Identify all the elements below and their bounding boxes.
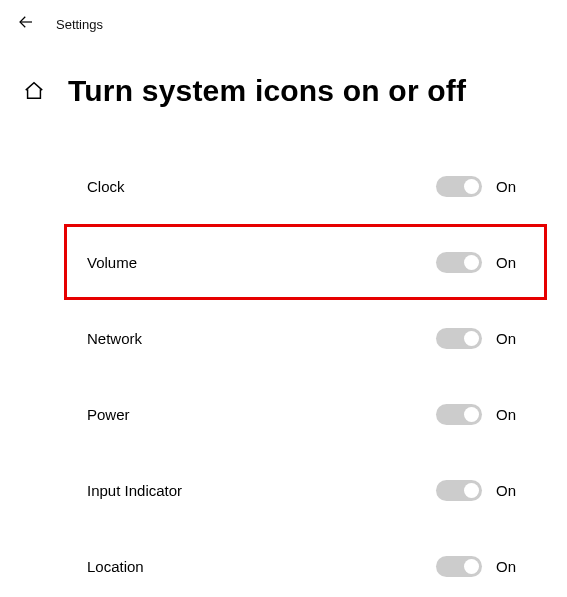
- topbar-title: Settings: [56, 17, 103, 32]
- page-header: Turn system icons on or off: [0, 42, 567, 118]
- setting-row-input-indicator: Input Indicator On: [64, 452, 547, 528]
- home-icon[interactable]: [20, 77, 48, 105]
- setting-row-power: Power On: [64, 376, 547, 452]
- toggle-volume[interactable]: [436, 252, 482, 273]
- setting-control: On: [436, 556, 524, 577]
- toggle-input-indicator[interactable]: [436, 480, 482, 501]
- setting-label: Clock: [87, 178, 125, 195]
- toggle-location[interactable]: [436, 556, 482, 577]
- toggle-state-label: On: [496, 482, 524, 499]
- setting-control: On: [436, 404, 524, 425]
- page-title: Turn system icons on or off: [68, 74, 466, 108]
- setting-control: On: [436, 176, 524, 197]
- setting-label: Input Indicator: [87, 482, 182, 499]
- topbar: Settings: [0, 0, 567, 42]
- toggle-knob-icon: [464, 179, 479, 194]
- setting-label: Network: [87, 330, 142, 347]
- setting-row-network: Network On: [64, 300, 547, 376]
- setting-label: Power: [87, 406, 130, 423]
- setting-label: Volume: [87, 254, 137, 271]
- toggle-state-label: On: [496, 330, 524, 347]
- setting-row-clock: Clock On: [64, 148, 547, 224]
- toggle-knob-icon: [464, 331, 479, 346]
- toggle-knob-icon: [464, 255, 479, 270]
- toggle-state-label: On: [496, 254, 524, 271]
- toggle-state-label: On: [496, 558, 524, 575]
- back-arrow-icon: [17, 13, 35, 35]
- toggle-knob-icon: [464, 559, 479, 574]
- setting-control: On: [436, 328, 524, 349]
- toggle-knob-icon: [464, 483, 479, 498]
- setting-label: Location: [87, 558, 144, 575]
- toggle-network[interactable]: [436, 328, 482, 349]
- toggle-state-label: On: [496, 406, 524, 423]
- settings-list: Clock On Volume On Network On Power: [0, 118, 567, 597]
- setting-control: On: [436, 252, 524, 273]
- toggle-power[interactable]: [436, 404, 482, 425]
- back-button[interactable]: [6, 10, 46, 38]
- toggle-state-label: On: [496, 178, 524, 195]
- toggle-clock[interactable]: [436, 176, 482, 197]
- setting-control: On: [436, 480, 524, 501]
- setting-row-volume: Volume On: [64, 224, 547, 300]
- setting-row-location: Location On: [64, 528, 547, 597]
- toggle-knob-icon: [464, 407, 479, 422]
